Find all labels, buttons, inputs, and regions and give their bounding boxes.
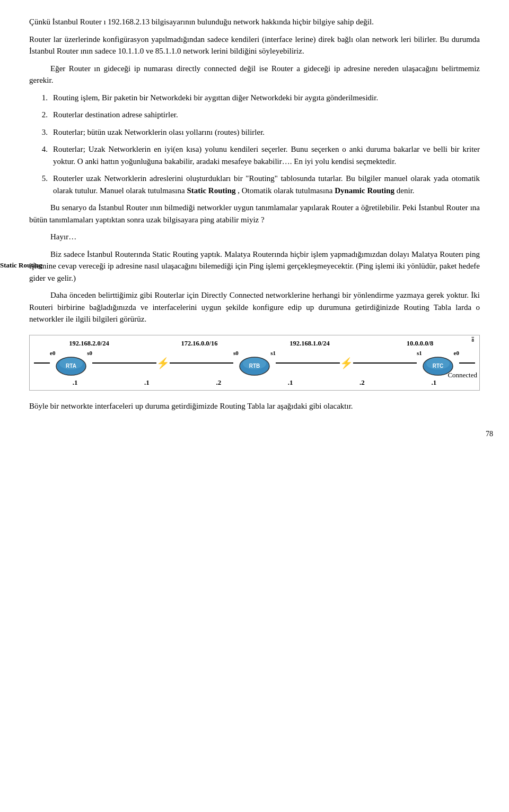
list-num-4: 4. — [29, 143, 48, 167]
network-diagram: 192.168.2.0/24 172.16.0.0/16 192.168.1.0… — [29, 335, 480, 391]
svg-text:RTB: RTB — [249, 363, 260, 369]
network-labels-row: 192.168.2.0/24 172.16.0.0/16 192.168.1.0… — [34, 340, 475, 348]
paragraph-6: Biz sadece İstanbul Routerında Static Ro… — [29, 248, 480, 284]
zigzag-2: ⚡ — [340, 358, 353, 368]
serial-1: ⚡ — [92, 358, 233, 368]
list-item-4: 4. Routerlar; Uzak Networklerin en iyi(e… — [29, 143, 480, 167]
sidebar-label: Static Routing — [0, 261, 42, 270]
right-eth-line — [459, 362, 475, 364]
rta-e0-label: e0 — [50, 350, 55, 356]
list-text-4: Routerlar; Uzak Networklerin en iyi(en k… — [53, 143, 480, 167]
rta-icon: RTA — [55, 356, 87, 376]
serial-line-1b — [170, 362, 234, 364]
list-num-3: 3. — [29, 126, 48, 139]
paragraph-1: Çünkü İstanbul Router ı 192.168.2.13 bil… — [29, 16, 480, 28]
paragraph-4: Bu senaryo da İstanbul Router ının bilme… — [29, 202, 480, 226]
page-number: 78 — [486, 430, 493, 438]
rtc-s1-label: s1 — [417, 350, 422, 356]
paragraph-5: Hayır… — [29, 231, 480, 243]
rtc-e0-label: e0 — [454, 350, 459, 356]
list-text-5: Routerler uzak Networklerin adreslerini … — [53, 172, 480, 196]
svg-text:RTA: RTA — [66, 363, 76, 369]
list-num-5: 5. — [29, 172, 48, 196]
rtb-icon: RTB — [239, 356, 270, 376]
ip-5: .2 — [326, 378, 398, 387]
ip-6: .1 — [398, 378, 470, 387]
bottom-ip-row: .1 .1 .2 .1 .2 .1 — [34, 378, 475, 387]
serial-line-1a — [92, 362, 156, 364]
rtb-s0-label: s0 — [233, 350, 239, 356]
net-label-4: 10.0.0.0/8 8 — [365, 340, 475, 348]
rtb-ports: s0 s1 — [233, 350, 276, 356]
list-item-5: 5. Routerler uzak Networklerin adresleri… — [29, 172, 480, 196]
rta-group: e0 s0 RTA — [50, 350, 92, 376]
zigzag-1: ⚡ — [156, 358, 170, 368]
ip-4: .1 — [254, 378, 326, 387]
paragraph-2: Router lar üzerlerinde konfigürasyon yap… — [29, 33, 480, 57]
list-text-2: Routerlar destination adrese sahiptirler… — [53, 109, 480, 121]
serial-line-2b — [353, 362, 417, 364]
paragraph-3: Eğer Router ın gideceği ip numarası dire… — [29, 63, 480, 87]
rta-ports: e0 s0 — [50, 350, 92, 356]
rtb-group: s0 s1 RTB — [233, 350, 276, 376]
paragraph-7: Daha önceden belirttiğimiz gibi Routerla… — [29, 289, 480, 325]
net-label-3: 192.168.1.0/24 — [254, 340, 365, 348]
routers-row: e0 s0 RTA ⚡ s0 s1 — [34, 350, 475, 376]
list-num-2: 2. — [29, 109, 48, 121]
rtb-s1-label: s1 — [270, 350, 276, 356]
serial-line-2a — [276, 362, 340, 364]
net-label-1: 192.168.2.0/24 — [34, 340, 144, 348]
svg-text:RTC: RTC — [433, 363, 444, 369]
list-num-1: 1. — [29, 92, 48, 104]
left-eth-line — [34, 362, 50, 364]
static-routing-label: Static Routing — [187, 186, 235, 195]
list-text-3: Routerlar; bütün uzak Networklerin olası… — [53, 126, 480, 139]
rta-s0-label: s0 — [87, 350, 92, 356]
serial-2: ⚡ — [276, 358, 417, 368]
page: Static Routing Çünkü İstanbul Router ı 1… — [0, 0, 509, 449]
connected-label: Connected — [447, 371, 477, 379]
net-label-2: 172.16.0.0/16 — [144, 340, 254, 348]
ip-3: .2 — [183, 378, 254, 387]
ip-2: .1 — [111, 378, 182, 387]
ip-1: .1 — [39, 378, 111, 387]
dynamic-routing-label: Dynamic Routing — [335, 186, 394, 195]
list-item-1: 1. Routing işlem, Bir paketin bir Networ… — [29, 92, 480, 104]
paragraph-last: Böyle bir networkte interfaceleri up dur… — [29, 400, 480, 412]
rtc-ports: s1 e0 — [417, 350, 459, 356]
list-item-3: 3. Routerlar; bütün uzak Networklerin ol… — [29, 126, 480, 139]
list-text-1: Routing işlem, Bir paketin bir Networkde… — [53, 92, 480, 104]
list-item-2: 2. Routerlar destination adrese sahiptir… — [29, 109, 480, 121]
